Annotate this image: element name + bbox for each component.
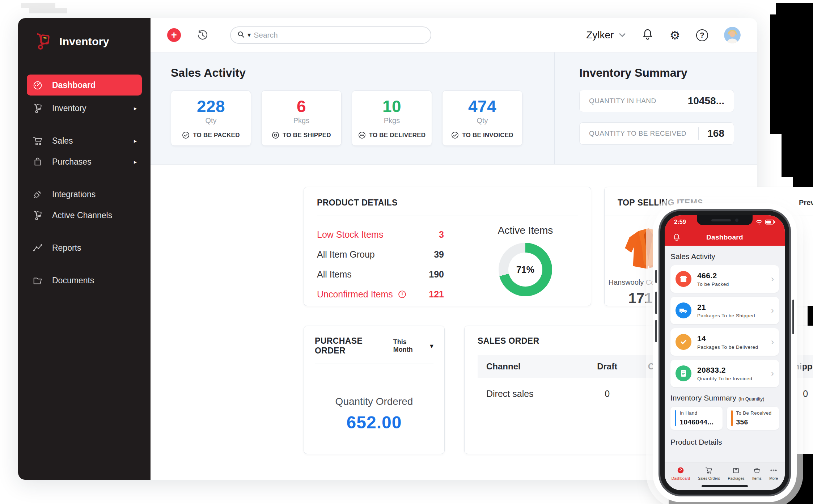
add-new-button[interactable]: +	[167, 28, 181, 42]
sidebar-item-inventory[interactable]: Inventory ▸	[18, 98, 151, 119]
top-selling-header: TOP SELLING ITEMS Previous Year ▼	[605, 198, 813, 208]
help-icon[interactable]: ?	[696, 29, 708, 41]
avatar[interactable]	[724, 27, 741, 43]
col-channel[interactable]: Channel	[478, 355, 587, 378]
sidebar-item-label: Integrations	[52, 190, 96, 199]
pd-row-unconfirmed[interactable]: Unconfirmed Items 121	[317, 284, 469, 304]
sidebar-item-documents[interactable]: Documents	[18, 270, 151, 291]
check-circle-icon	[182, 131, 190, 139]
decor-step-grey	[29, 8, 67, 13]
search-icon	[237, 31, 245, 39]
sidebar-item-sales[interactable]: Sales ▸	[18, 130, 151, 151]
check-icon	[676, 334, 691, 350]
chevron-right-icon: ›	[771, 274, 774, 284]
kpi-unit: Pkgs	[384, 117, 400, 125]
phone-nav-dashboard[interactable]: Dashboard	[672, 466, 690, 480]
search-scope-caret-icon[interactable]: ▼	[247, 33, 251, 38]
chevron-right-icon: ▸	[134, 105, 137, 112]
range-dropdown[interactable]: This Month ▼	[393, 338, 433, 353]
sidebar-item-integrations[interactable]: Integrations	[18, 184, 151, 205]
accent-bar	[731, 410, 733, 426]
row-label: QUANTITY TO BE RECEIVED	[589, 130, 686, 137]
pd-row-all-items[interactable]: All Items 190	[317, 264, 469, 284]
check-circle-icon	[451, 131, 459, 139]
phone-nav-sales-orders[interactable]: Sales Orders	[698, 466, 720, 480]
range-dropdown[interactable]: Previous Year ▼	[799, 199, 813, 207]
more-dots-icon	[769, 466, 778, 474]
range-label: This Month	[393, 338, 427, 353]
phone-card-to-be-delivered[interactable]: 14 Packages To be Delivered ›	[670, 328, 779, 356]
chevron-down-icon	[619, 33, 626, 38]
kpi-label-row: TO BE INVOICED	[451, 131, 513, 139]
kpi-card-to-be-shipped[interactable]: 6 Pkgs TO BE SHIPPED	[261, 90, 342, 146]
search-box[interactable]: ▼	[230, 26, 431, 44]
card-text: 20833.2 Quantity To be Invoiced	[697, 366, 752, 381]
card-title: TOP SELLING ITEMS	[618, 198, 703, 208]
settings-gear-icon[interactable]: ⚙	[669, 29, 680, 41]
sidebar-item-label: Sales	[52, 136, 73, 146]
history-icon[interactable]	[196, 29, 209, 42]
kpi-label-row: TO BE DELIVERED	[358, 131, 426, 139]
org-name: Zylker	[586, 29, 614, 41]
sidebar-item-label: Inventory	[52, 103, 86, 113]
phone-nav-more[interactable]: More	[769, 466, 778, 480]
inventory-summary-row-to-be-received[interactable]: QUANTITY TO BE RECEIVED 168	[579, 122, 734, 145]
kpi-unit: Pkgs	[293, 117, 309, 125]
phone-nav-items[interactable]: Items	[752, 466, 762, 480]
card-label: To Be Received	[736, 410, 772, 416]
sidebar-item-purchases[interactable]: Purchases ▸	[18, 151, 151, 172]
kpi-card-to-be-delivered[interactable]: 10 Pkgs TO BE DELIVERED	[352, 90, 432, 146]
sidebar-item-active-channels[interactable]: Active Channels	[18, 205, 151, 226]
inventory-summary-row-in-hand[interactable]: QUANTITY IN HAND 10458...	[579, 90, 734, 112]
pd-row-low-stock[interactable]: Low Stock Items 3	[317, 225, 469, 245]
chevron-right-icon: ▸	[134, 158, 137, 165]
sidebar-item-dashboard[interactable]: Dashboard	[27, 75, 142, 96]
plug-icon	[32, 189, 43, 200]
notifications-bell-icon[interactable]	[642, 28, 653, 42]
phone-nav-packages[interactable]: Packages	[728, 466, 744, 480]
row-value: 10458...	[688, 95, 724, 107]
phone-card-to-be-invoiced[interactable]: 20833.2 Quantity To be Invoiced ›	[670, 360, 779, 387]
org-switcher[interactable]: Zylker	[586, 29, 626, 41]
donut-title: Active Items	[498, 225, 553, 236]
card-title: PRODUCT DETAILS	[317, 198, 578, 208]
kpi-value: 228	[197, 97, 225, 116]
col-draft[interactable]: Draft	[587, 355, 627, 378]
card-label: To be Packed	[697, 281, 729, 287]
card-value: 1046044...	[680, 418, 714, 426]
phone-card-to-be-shipped[interactable]: 21 Packages To be Shipped ›	[670, 297, 779, 324]
kpi-card-to-be-packed[interactable]: 228 Qty TO BE PACKED	[171, 90, 251, 146]
sidebar-item-label: Reports	[52, 243, 81, 253]
search-input[interactable]	[254, 31, 424, 39]
battery-icon	[765, 220, 775, 225]
sidebar-item-reports[interactable]: Reports	[18, 237, 151, 258]
pd-row-all-item-group[interactable]: All Item Group 39	[317, 245, 469, 264]
phone-home-indicator[interactable]	[665, 484, 785, 490]
kpi-card-to-be-invoiced[interactable]: 474 Qty TO BE INVOICED	[442, 90, 522, 146]
kpi-label: TO BE INVOICED	[462, 132, 513, 139]
row-value: 190	[429, 269, 444, 280]
cart-icon	[32, 135, 43, 147]
phone-bell-icon[interactable]	[673, 233, 681, 242]
active-items-donut[interactable]: 71%	[499, 243, 552, 296]
phone-card-to-be-packed[interactable]: 466.2 To be Packed ›	[670, 265, 779, 293]
row-divider	[698, 127, 699, 140]
purchase-order-header: PURCHASE ORDER This Month ▼	[315, 336, 433, 356]
phone-to-be-received-card[interactable]: To Be Received 356	[727, 407, 779, 430]
kpi-label-row: TO BE PACKED	[182, 131, 240, 139]
nav-label: Items	[752, 476, 762, 480]
chevron-right-icon: ›	[771, 337, 774, 347]
card-value: 20833.2	[697, 366, 752, 374]
kpi-value: 474	[468, 97, 496, 116]
row-label: All Item Group	[317, 249, 375, 260]
topbar: + ▼ Zylker	[151, 18, 757, 52]
row-value: 39	[434, 249, 444, 260]
phone-camera	[735, 219, 738, 222]
phone-notch	[697, 215, 753, 225]
phone-in-hand-card[interactable]: In Hand 1046044...	[670, 407, 723, 430]
phone-body: Sales Activity 466.2 To be Packed ›	[665, 246, 785, 462]
metric-value: 652.00	[315, 412, 433, 432]
active-items-donut-block: Active Items 71%	[473, 225, 578, 304]
basket-icon	[753, 466, 761, 474]
brand[interactable]: Inventory	[18, 31, 151, 52]
